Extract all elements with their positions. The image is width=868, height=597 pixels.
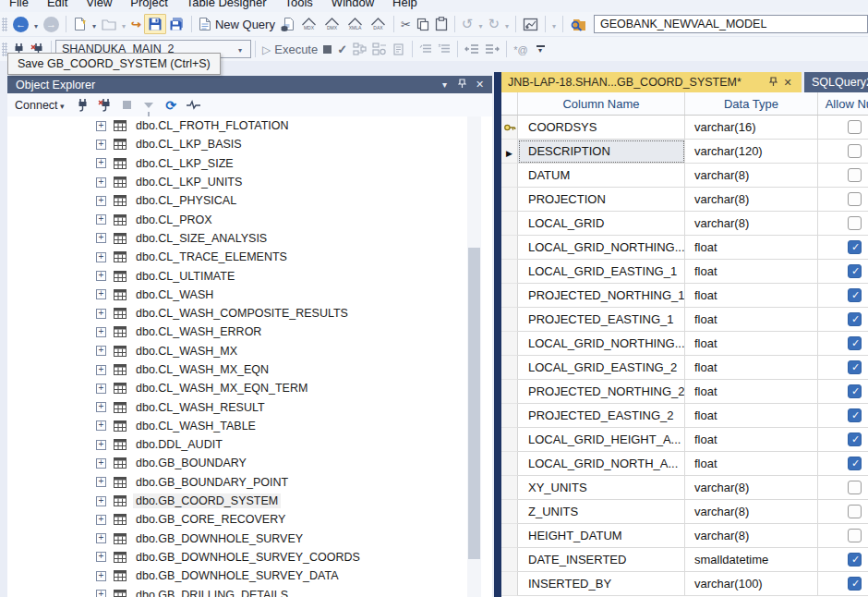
- allow-nulls-cell[interactable]: [818, 548, 868, 572]
- tree-item[interactable]: dbo.GB_DOWNHOLE_SURVEY_COORDS: [7, 548, 492, 567]
- column-name-cell[interactable]: LOCAL_GRID: [518, 212, 685, 236]
- allow-nulls-cell[interactable]: [818, 572, 868, 596]
- data-type-cell[interactable]: varchar(8): [685, 500, 818, 524]
- tree-item[interactable]: dbo.CL_PHYSICAL: [7, 191, 492, 210]
- table-row[interactable]: LOCAL_GRID_EASTING_1 float: [501, 260, 868, 284]
- pin-icon[interactable]: [453, 79, 471, 91]
- table-row[interactable]: XY_UNITS varchar(8): [501, 476, 868, 500]
- expand-plus-icon[interactable]: [96, 177, 106, 188]
- tree-item[interactable]: dbo.CL_LKP_BASIS: [7, 135, 492, 153]
- query-type-button[interactable]: DMX: [320, 14, 344, 34]
- allow-nulls-checkbox[interactable]: [848, 505, 862, 518]
- menu-item[interactable]: Window: [322, 0, 383, 12]
- row-header-cell[interactable]: [501, 140, 518, 164]
- query-type-button[interactable]: MDX: [297, 14, 320, 34]
- data-type-cell[interactable]: float: [685, 428, 818, 452]
- tree-item[interactable]: dbo.CL_WASH_MX_EQN_TERM: [7, 379, 492, 397]
- tree-item[interactable]: dbo.CL_WASH_MX_EQN: [7, 360, 492, 379]
- column-name-cell[interactable]: DATE_INSERTED: [518, 548, 685, 572]
- back-dropdown-caret[interactable]: [31, 16, 41, 32]
- data-type-cell[interactable]: varchar(8): [685, 476, 818, 500]
- data-type-cell[interactable]: float: [685, 380, 818, 404]
- expand-plus-icon[interactable]: [96, 458, 106, 469]
- expand-plus-icon[interactable]: [96, 365, 106, 375]
- row-header-cell[interactable]: [501, 428, 518, 452]
- tree-item[interactable]: dbo.GB_DOWNHOLE_SURVEY: [7, 530, 492, 548]
- tab-close-icon[interactable]: [780, 77, 795, 89]
- row-header-cell[interactable]: [501, 164, 518, 188]
- column-name-cell[interactable]: LOCAL_GRID_NORTH_A...: [518, 452, 685, 476]
- expand-plus-icon[interactable]: [96, 440, 106, 450]
- uncomment-button[interactable]: [435, 39, 453, 59]
- allow-nulls-checkbox[interactable]: [848, 457, 862, 470]
- database-combobox[interactable]: GEOBANK_NEWVAAL_MODEL: [594, 15, 868, 33]
- undo-button[interactable]: ↺: [459, 14, 476, 34]
- menu-item[interactable]: View: [77, 0, 121, 12]
- expand-plus-icon[interactable]: [96, 496, 106, 506]
- tree-item[interactable]: dbo.GB_BOUNDARY_POINT: [7, 473, 492, 492]
- data-type-cell[interactable]: float: [685, 284, 818, 308]
- cancel-query-button[interactable]: [320, 39, 334, 59]
- tab-sql-query[interactable]: SQLQuery23.sq: [804, 72, 868, 92]
- column-name-cell[interactable]: LOCAL_GRID_EASTING_1: [518, 260, 685, 284]
- tree-item[interactable]: dbo.DDL_AUDIT: [7, 435, 492, 454]
- table-row[interactable]: PROJECTED_EASTING_2 float: [501, 404, 868, 428]
- data-type-cell[interactable]: varchar(8): [685, 188, 818, 212]
- close-icon[interactable]: [471, 79, 488, 91]
- column-name-cell[interactable]: PROJECTED_EASTING_2: [518, 404, 685, 428]
- menu-item[interactable]: Tools: [276, 0, 322, 12]
- menu-item[interactable]: Help: [383, 0, 427, 12]
- source-control-button[interactable]: ↪: [128, 14, 144, 34]
- tree-item[interactable]: dbo.CL_LKP_SIZE: [7, 154, 492, 173]
- row-header-cell[interactable]: [501, 284, 518, 308]
- allow-nulls-cell[interactable]: [818, 236, 868, 260]
- tree-item[interactable]: dbo.GB_DOWNHOLE_SURVEY_DATA: [7, 567, 492, 585]
- window-position-icon[interactable]: [436, 79, 453, 90]
- table-row[interactable]: LOCAL_GRID varchar(8): [501, 212, 868, 236]
- tree-item[interactable]: dbo.CL_WASH: [7, 286, 492, 304]
- allow-nulls-cell[interactable]: [818, 452, 868, 476]
- redo-button[interactable]: ↻: [485, 14, 502, 34]
- tree-item[interactable]: dbo.CL_WASH_ERROR: [7, 323, 492, 341]
- row-header-cell[interactable]: [501, 116, 518, 140]
- tree-item[interactable]: dbo.CL_ULTIMATE: [7, 266, 492, 285]
- column-name-cell[interactable]: LOCAL_GRID_EASTING_2: [518, 356, 685, 380]
- expand-plus-icon[interactable]: [96, 289, 106, 299]
- column-name-cell[interactable]: PROJECTION: [518, 188, 685, 212]
- allow-nulls-checkbox[interactable]: [848, 240, 862, 254]
- column-name-cell[interactable]: PROJECTED_EASTING_1: [518, 308, 685, 332]
- allow-nulls-cell[interactable]: [818, 524, 868, 548]
- activity-monitor-button[interactable]: [520, 14, 541, 34]
- row-header-cell[interactable]: [501, 476, 518, 500]
- expand-plus-icon[interactable]: [96, 346, 106, 356]
- increase-indent-button[interactable]: [482, 39, 502, 59]
- scrollbar-thumb[interactable]: [468, 248, 480, 559]
- row-header-cell[interactable]: [501, 524, 518, 548]
- allow-nulls-cell[interactable]: [818, 380, 868, 404]
- allow-nulls-checkbox[interactable]: [848, 529, 862, 542]
- expand-plus-icon[interactable]: [96, 140, 106, 150]
- menu-item[interactable]: Table Designer: [177, 0, 276, 12]
- table-row[interactable]: PROJECTION varchar(8): [501, 188, 868, 212]
- expand-plus-icon[interactable]: [96, 121, 106, 131]
- display-estimated-plan-button[interactable]: [350, 39, 369, 59]
- tree-item[interactable]: dbo.GB_COORD_SYSTEM: [7, 492, 492, 510]
- expand-plus-icon[interactable]: [96, 252, 106, 262]
- allow-nulls-checkbox[interactable]: [848, 433, 862, 446]
- activity-monitor-button[interactable]: [184, 96, 203, 115]
- data-type-cell[interactable]: float: [685, 452, 818, 476]
- column-name-cell[interactable]: DESCRIPTION: [518, 140, 685, 164]
- table-row[interactable]: PROJECTED_NORTHING_1 float: [501, 284, 868, 308]
- column-header-allow-nulls[interactable]: Allow Nulls: [818, 92, 868, 115]
- tree-item[interactable]: dbo.CL_WASH_TABLE: [7, 417, 492, 435]
- column-name-cell[interactable]: COORDSYS: [518, 116, 685, 140]
- tree-scrollbar[interactable]: [467, 116, 481, 597]
- connect-dropdown[interactable]: Connect: [15, 99, 65, 112]
- tree-item[interactable]: dbo.CL_WASH_MX: [7, 342, 492, 360]
- table-row[interactable]: LOCAL_GRID_NORTHING... float: [501, 236, 868, 260]
- undo-caret[interactable]: [476, 16, 485, 32]
- row-header-cell[interactable]: [501, 212, 518, 236]
- table-row[interactable]: LOCAL_GRID_NORTH_A... float: [501, 452, 868, 476]
- allow-nulls-checkbox[interactable]: [848, 144, 862, 158]
- expand-plus-icon[interactable]: [96, 552, 106, 562]
